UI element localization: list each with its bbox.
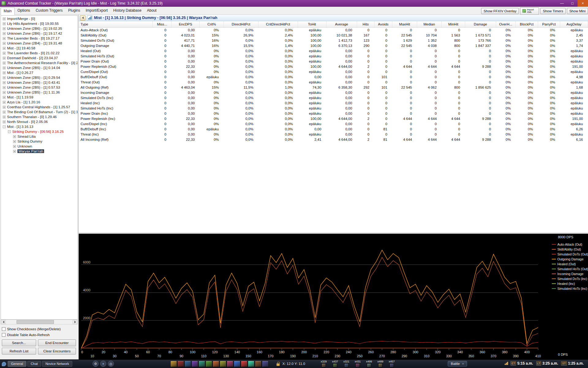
gear-icon[interactable]: ⚙: [92, 361, 99, 367]
tree-item[interactable]: +Striking Dummy: [1, 139, 77, 144]
hotbar-slot-icon[interactable]: [184, 361, 191, 367]
expand-plus-icon[interactable]: +: [3, 67, 6, 69]
expand-plus-icon[interactable]: +: [3, 81, 6, 84]
column-header-blockpct[interactable]: BlockPct: [516, 21, 538, 27]
tree-item[interactable]: +Unknown Zone (2B6) - [1] 19.02.35: [1, 26, 77, 31]
expand-plus-icon[interactable]: +: [3, 22, 6, 25]
tree-item[interactable]: -Striking Dummy - [06:56] 3.16.25: [1, 129, 77, 134]
hotbar-slot-icon[interactable]: [262, 361, 269, 367]
checkbox-icon[interactable]: [2, 333, 6, 337]
column-header-type[interactable]: Type: [79, 21, 153, 27]
expand-plus-icon[interactable]: +: [3, 27, 6, 30]
table-row[interactable]: Power Replenish (Inc)022,330%0,0%0,0%100…: [79, 116, 588, 121]
column-header-tohit[interactable]: ToHit: [298, 21, 326, 27]
plus-icon[interactable]: +: [100, 361, 106, 367]
hotbar-slot-icon[interactable]: [198, 361, 205, 367]
column-header-avgdelay[interactable]: AvgDelay: [560, 21, 588, 27]
hotbar-slot-icon[interactable]: [241, 361, 247, 367]
column-header-directhitpct[interactable]: DirectHitPct: [224, 21, 258, 27]
table-row[interactable]: Healed (Inc)00,000%0,0%0,0%epäluku0,0000…: [79, 100, 588, 105]
tree-item[interactable]: +Mist - [1] 19.40.58: [1, 46, 77, 51]
tree-item[interactable]: +Waryax Pan'rah: [1, 149, 77, 154]
tree-item[interactable]: +Unknown: [1, 144, 77, 149]
inventory-item[interactable]: x431: [352, 360, 363, 367]
table-row[interactable]: Healed (Out)00,000%0,0%0,0%epäluku0,0000…: [79, 48, 588, 53]
table-row[interactable]: Outgoing Damage04 440,7116%15,5%1,4%100,…: [79, 43, 588, 48]
table-row[interactable]: Auto-Attack (Out)00,000%0,0%0,0%epäluku0…: [79, 27, 588, 33]
tree-item[interactable]: +Southern Thanalan - [0] 1.29.46: [1, 114, 77, 119]
table-row[interactable]: Buff/Debuff (Out)00,00epäluku0,0%0,0%0,0…: [79, 74, 588, 79]
compass-icon[interactable]: ◎: [108, 361, 114, 367]
tree-item[interactable]: +Lily Hills Apartment - [0] 19.00.55: [1, 21, 77, 26]
table-row[interactable]: Power Drain (Out)00,000%0,0%0,0%epäluku0…: [79, 59, 588, 64]
column-header-crit[interactable]: Crit%: [200, 21, 224, 27]
tree-item[interactable]: +The Binding Coil Of Bahamut - Turn (2) …: [1, 109, 77, 114]
battle-log-tab[interactable]: Battle ×: [448, 361, 467, 366]
hotbar-slot-icon[interactable]: [248, 361, 254, 367]
column-header-average[interactable]: Average: [326, 21, 357, 27]
expand-plus-icon[interactable]: +: [3, 52, 6, 55]
expand-plus-icon[interactable]: +: [3, 32, 6, 35]
table-row[interactable]: Simulated HoTs (Inc)00,000%0,0%0,0%epälu…: [79, 105, 588, 111]
inventory-item[interactable]: x499: [364, 360, 374, 367]
tree-item[interactable]: +Sinead Lilia: [1, 134, 77, 139]
table-row[interactable]: Simulated DoTs (Out)0417,7116%0,0%0,0%10…: [79, 38, 588, 43]
collapse-minus-icon[interactable]: -: [8, 130, 11, 133]
expand-plus-icon[interactable]: +: [13, 150, 16, 153]
tab-plugins[interactable]: Plugins: [65, 7, 83, 15]
hotbar-slot-icon[interactable]: [170, 361, 177, 367]
scrollbar-thumb[interactable]: [17, 320, 54, 324]
column-header-hits[interactable]: Hits: [357, 21, 374, 27]
tab-about[interactable]: About: [144, 7, 159, 15]
expand-plus-icon[interactable]: +: [3, 96, 6, 99]
tree-item[interactable]: +Unknown Zone (2B5) - [1] 0.57.53: [1, 85, 77, 90]
expand-plus-icon[interactable]: +: [3, 86, 6, 89]
hotbar-slot-icon[interactable]: [213, 361, 219, 367]
tab-history-database[interactable]: History Database: [111, 7, 144, 15]
import-xml-button[interactable]: Import XML: [520, 7, 539, 15]
disable-auto-refresh-checkbox[interactable]: Disable Table Auto-Refresh: [2, 332, 77, 338]
column-header-damage[interactable]: Damage: [465, 21, 496, 27]
expand-plus-icon[interactable]: +: [3, 101, 6, 104]
expand-plus-icon[interactable]: +: [3, 116, 6, 118]
table-row[interactable]: All Incoming (Ref)022,330%0,0%0,0%2,414 …: [79, 137, 588, 142]
hotbar-slot-icon[interactable]: [234, 361, 240, 367]
maximize-button[interactable]: □: [567, 0, 578, 7]
inventory-item[interactable]: x329: [318, 360, 329, 367]
tree-item[interactable]: +Import/Merge - [0]: [1, 16, 77, 21]
show-mini-button[interactable]: Show Mini: [567, 8, 588, 14]
inventory-item[interactable]: x437: [330, 360, 340, 367]
tab-custom-triggers[interactable]: Custom Triggers: [33, 7, 65, 15]
table-row[interactable]: Skill/Ability (Out)04 023,0115%26,9%2,4%…: [79, 33, 588, 38]
back-button[interactable]: [80, 15, 85, 21]
hotbar-slot-icon[interactable]: [205, 361, 212, 367]
tree-item[interactable]: +Azys Lla - [1] 1.20.16: [1, 100, 77, 105]
scroll-right-icon[interactable]: [73, 320, 77, 324]
lock-icon[interactable]: [277, 363, 280, 366]
column-header-median[interactable]: Median: [417, 21, 442, 27]
expand-plus-icon[interactable]: +: [13, 135, 16, 138]
expand-plus-icon[interactable]: +: [3, 37, 6, 40]
inventory-item[interactable]: x489: [375, 360, 386, 367]
tree-item[interactable]: -Mist - [1] 3.16.13: [1, 124, 77, 129]
clear-encounters-button[interactable]: Clear Encounters: [38, 348, 76, 355]
tree-item[interactable]: +Coerthas Central Highlands - [1] 1.25.5…: [1, 105, 77, 109]
checkbox-icon[interactable]: [2, 327, 6, 331]
hotbar-slot-icon[interactable]: [255, 361, 262, 367]
tree-item[interactable]: +Mist - [1] 1.19.59: [1, 95, 77, 100]
expand-plus-icon[interactable]: +: [13, 145, 16, 148]
collapse-minus-icon[interactable]: -: [3, 125, 6, 128]
expand-plus-icon[interactable]: +: [3, 121, 6, 123]
tab-main[interactable]: Main: [1, 7, 15, 15]
table-row[interactable]: Simulated HoTs (Out)00,000%0,0%0,0%epälu…: [79, 53, 588, 59]
table-row[interactable]: All Outgoing (Ref)04 463,0415%11,5%1,0%7…: [79, 85, 588, 90]
chat-tab-chat[interactable]: Chat: [27, 361, 41, 367]
hotbar-slot-icon[interactable]: [227, 361, 233, 367]
tree-item[interactable]: +Unknown Zone (2B6) - [1] 19.17.42: [1, 31, 77, 36]
table-row[interactable]: Cure/Dispel (Out)00,000%0,0%0,0%epäluku0…: [79, 69, 588, 74]
column-header-avoids[interactable]: Avoids: [374, 21, 392, 27]
scrollbar-track[interactable]: [6, 320, 73, 324]
table-row[interactable]: Simulated DoTs (Inc)00,000%0,0%0,0%epälu…: [79, 95, 588, 100]
tree-item[interactable]: +Dzemael Darkhold - [2] 23.04.37: [1, 56, 77, 60]
refresh-list-button[interactable]: Refresh List: [2, 348, 36, 355]
